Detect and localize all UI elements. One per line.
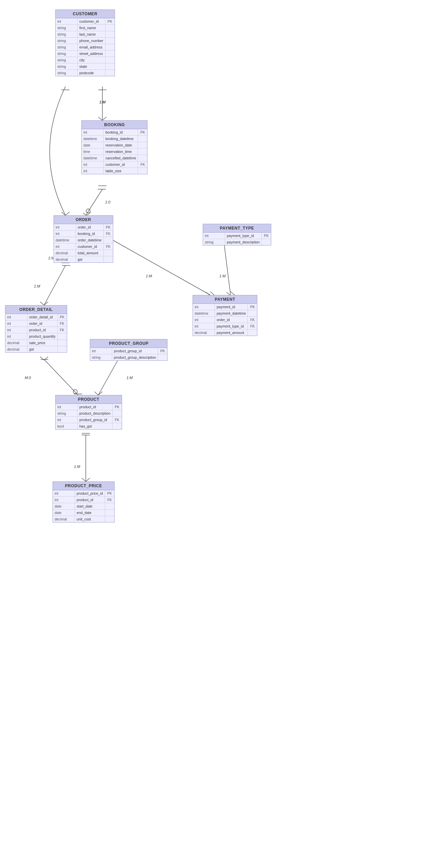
entity-payment-title: PAYMENT bbox=[193, 295, 257, 304]
svg-line-6 bbox=[61, 212, 65, 215]
entity-payment-type-title: PAYMENT_TYPE bbox=[203, 224, 271, 233]
entity-product-price-title: PRODUCT_PRICE bbox=[53, 482, 114, 490]
customer-row-last_name: string last_name bbox=[56, 31, 115, 38]
productgroup-row-product_group_description: string product_group_description bbox=[90, 354, 167, 360]
payment-row-payment_datetime: datetime payment_datetime bbox=[193, 310, 257, 317]
paymenttype-row-payment_description: string payment_description bbox=[203, 239, 271, 245]
entity-order: ORDER int order_id PK int booking_id FK … bbox=[54, 215, 113, 263]
payment-row-order_id: int order_id FK bbox=[193, 317, 257, 323]
svg-line-7 bbox=[65, 212, 69, 215]
svg-line-33 bbox=[44, 359, 78, 395]
orderdetail-row-order_detail_id: int order_detail_id PK bbox=[5, 314, 67, 320]
productprice-row-end_date: date end_date bbox=[53, 510, 114, 516]
payment-row-payment_id: int payment_id PK bbox=[193, 304, 257, 310]
product-row-product_id: int product_id PK bbox=[56, 404, 122, 410]
order-row-customer_id: int customer_id FK bbox=[54, 243, 113, 250]
booking-row-booking_id: int booking_id PK bbox=[82, 129, 147, 136]
order-row-order_id: int order_id PK bbox=[54, 224, 113, 231]
rel-label-product-productprice: 1:M bbox=[74, 465, 80, 469]
svg-line-43 bbox=[98, 392, 102, 395]
svg-line-49 bbox=[86, 478, 90, 481]
svg-line-18 bbox=[40, 302, 44, 305]
entity-customer-title: CUSTOMER bbox=[56, 10, 115, 18]
entity-booking: BOOKING int booking_id PK datetime booki… bbox=[81, 120, 147, 174]
svg-line-1 bbox=[98, 117, 102, 120]
entity-payment-type: PAYMENT_TYPE int payment_type_id PK stri… bbox=[203, 224, 271, 245]
entity-product-title: PRODUCT bbox=[56, 395, 122, 404]
svg-line-31 bbox=[231, 292, 235, 295]
entity-booking-title: BOOKING bbox=[82, 121, 147, 129]
order-row-gst: decimal gst bbox=[54, 256, 113, 262]
entity-product: PRODUCT int product_id PK string product… bbox=[55, 395, 122, 430]
booking-row-reservation_time: time reservation_time bbox=[82, 149, 147, 155]
paymenttype-row-payment_type_id: int payment_type_id PK bbox=[203, 233, 271, 239]
rel-label-paymenttype-payment: 1:M bbox=[219, 274, 225, 278]
customer-row-email_address: string email_address bbox=[56, 44, 115, 51]
rel-label-orderdetail-product: M:0 bbox=[25, 376, 31, 380]
svg-line-9 bbox=[86, 189, 102, 215]
rel-label-cust-book: 1:M bbox=[99, 100, 105, 104]
entity-order-detail-title: ORDER_DETAIL bbox=[5, 305, 67, 314]
customer-row-first_name: string first_name bbox=[56, 25, 115, 31]
customer-row-city: string city bbox=[56, 57, 115, 63]
entity-order-detail: ORDER_DETAIL int order_detail_id PK int … bbox=[5, 305, 67, 353]
orderdetail-row-sale_price: decimal sale_price bbox=[5, 340, 67, 346]
customer-row-phone_number: string phone_number bbox=[56, 38, 115, 44]
payment-row-payment_type_id: int payment_type_id FK bbox=[193, 323, 257, 330]
svg-line-25 bbox=[210, 292, 214, 295]
rel-label-order-orderdetail: 1:M bbox=[34, 284, 40, 288]
productprice-row-unit_cost: decimal unit_cost bbox=[53, 516, 114, 522]
product-row-product_group_id: int product_group_id FK bbox=[56, 417, 122, 423]
entity-product-price: PRODUCT_PRICE int product_price_id PK in… bbox=[53, 481, 115, 522]
customer-row-postcode: string postcode bbox=[56, 70, 115, 76]
entity-customer: CUSTOMER int customer_id PK string first… bbox=[55, 9, 115, 76]
productprice-row-start_date: date start_date bbox=[53, 503, 114, 510]
entity-payment: PAYMENT int payment_id PK datetime payme… bbox=[193, 295, 257, 336]
customer-row-street_address: string street_address bbox=[56, 51, 115, 57]
rel-label-order-payment: 1:M bbox=[146, 274, 152, 278]
svg-line-15 bbox=[44, 265, 65, 305]
orderdetail-row-order_id: int order_id FK bbox=[5, 320, 67, 327]
rel-label-booking-order: 1:0 bbox=[105, 200, 110, 204]
booking-row-booking_datetime: datetime booking_datetime bbox=[82, 136, 147, 142]
payment-row-payment_amount: decimal payment_amount bbox=[193, 330, 257, 336]
svg-line-48 bbox=[82, 478, 86, 481]
product-row-has_gst: bool has_gst bbox=[56, 423, 122, 429]
booking-row-cancelled_datetime: datetime cancelled_datetime bbox=[82, 155, 147, 161]
productgroup-row-product_group_id: int product_group_id PK bbox=[90, 348, 167, 354]
order-row-order_datetime: datetime order_datetime bbox=[54, 237, 113, 243]
entity-product-group-title: PRODUCT_GROUP bbox=[90, 339, 167, 348]
svg-line-42 bbox=[94, 392, 98, 395]
order-row-booking_id: int booking_id FK bbox=[54, 231, 113, 237]
svg-line-27 bbox=[224, 241, 231, 295]
productprice-row-product_id: int product_id FK bbox=[53, 497, 114, 503]
customer-row-customer_id: int customer_id PK bbox=[56, 18, 115, 25]
svg-line-19 bbox=[44, 302, 48, 305]
svg-line-2 bbox=[102, 117, 106, 120]
orderdetail-row-product_quantity: int product_quantity bbox=[5, 333, 67, 340]
orderdetail-row-gst: decimal gst bbox=[5, 346, 67, 352]
svg-line-34 bbox=[40, 357, 44, 360]
booking-row-customer_id: int customer_id FK bbox=[82, 161, 147, 168]
svg-line-21 bbox=[108, 237, 210, 295]
diagram-container: 1:M 1:M 1:0 1:M M:0 1:M 1:M 1:M 1:M 1:M … bbox=[0, 0, 437, 868]
svg-point-37 bbox=[73, 390, 77, 394]
svg-point-12 bbox=[86, 209, 90, 213]
svg-line-35 bbox=[44, 357, 48, 360]
booking-row-reservation_date: date reservation_date bbox=[82, 142, 147, 149]
orderdetail-row-product_id: int product_id FK bbox=[5, 327, 67, 333]
order-row-total_amount: decimal total_amount bbox=[54, 250, 113, 256]
product-row-product_description: string product_description bbox=[56, 410, 122, 417]
productprice-row-product_price_id: int product_price_id PK bbox=[53, 490, 114, 497]
customer-row-state: string state bbox=[56, 63, 115, 70]
rel-label-productgroup-product: 1:M bbox=[126, 376, 133, 380]
relations-svg bbox=[0, 0, 437, 868]
entity-product-group: PRODUCT_GROUP int product_group_id PK st… bbox=[90, 339, 167, 361]
booking-row-table_size: int table_size bbox=[82, 168, 147, 174]
entity-order-title: ORDER bbox=[54, 216, 113, 224]
